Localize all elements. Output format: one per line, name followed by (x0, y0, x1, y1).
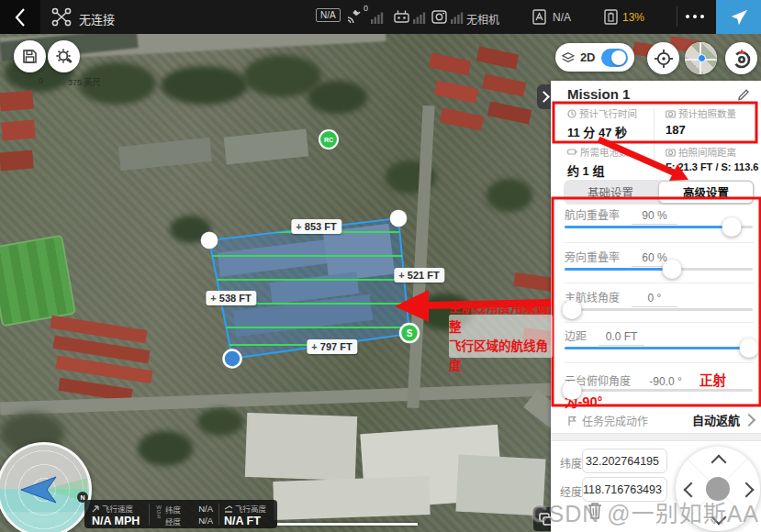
vertex-handle[interactable] (390, 210, 408, 227)
move-icon: + (398, 270, 404, 281)
satellite-count: 0 (364, 4, 368, 13)
compass-north-badge: N (77, 492, 88, 503)
slider-handle[interactable] (662, 260, 681, 279)
panel-collapse-button[interactable] (537, 84, 551, 109)
longitude-label: 经度 (560, 483, 582, 499)
battery-status-icon (602, 8, 620, 26)
back-chevron-icon (14, 7, 27, 28)
speed-icon (92, 504, 100, 513)
status-bar: 无连接 N/A 0 无相机 (0, 0, 761, 34)
signal-bars-icon (451, 11, 464, 24)
crosshair-icon (654, 49, 674, 69)
map-mode-switch[interactable]: 2D (555, 43, 634, 72)
compass-reset-button[interactable] (725, 42, 757, 74)
airplane-icon (729, 7, 749, 28)
tab-basic-settings[interactable]: 基础设置 (564, 180, 657, 205)
slider-course-overlap: 航向重叠率90 % (565, 206, 755, 243)
mission-title: Mission 1 (567, 86, 630, 102)
clock-icon (567, 109, 576, 118)
more-menu-button[interactable] (686, 15, 704, 18)
slider-handle[interactable] (739, 338, 758, 358)
gps-datum-label: WGS (156, 504, 162, 518)
position-nudge-pad (676, 447, 760, 531)
telemetry-altitude: 飞行高度 N/A FT (224, 503, 266, 527)
move-icon: + (311, 341, 317, 352)
flight-area-polygon[interactable] (209, 218, 409, 359)
slider-track[interactable] (565, 226, 753, 228)
tab-advanced-settings[interactable]: 高级设置 (658, 181, 754, 204)
map-mode-toggle[interactable] (601, 49, 629, 67)
edge-length-label-left[interactable]: +538 FT (206, 291, 256, 305)
slider-track[interactable] (565, 268, 753, 271)
gps-mode-badge: N/A (316, 8, 341, 22)
edge-length-label-bottom[interactable]: +797 FT (307, 339, 357, 354)
save-mission-button[interactable] (14, 40, 46, 72)
delete-trash-icon[interactable] (586, 501, 604, 521)
course-overlap-input[interactable]: 90 % (632, 209, 677, 225)
edge-length-label-right[interactable]: +521 FT (394, 268, 444, 283)
telemetry-bar: 飞行速度 N/A MPH WGS 纬度 N/A 经度 N/A 飞行高度 N/A … (84, 500, 277, 528)
map-scale-bar (277, 523, 418, 526)
slider-handle[interactable] (563, 300, 582, 319)
slider-gimbal-pitch: 云台俯仰角度-90.0 °正射为-90° (565, 370, 755, 406)
minimap-location-dot (698, 54, 706, 62)
stat-battery-count: 所需电池数 约 1 组 (567, 145, 663, 179)
vertex-handle-selected[interactable] (224, 350, 241, 368)
nudge-center-button[interactable] (706, 477, 730, 501)
attitude-compass (0, 442, 92, 532)
settings-tabs: 基础设置 高级设置 (564, 180, 755, 205)
nudge-down-button[interactable] (711, 510, 727, 526)
camera-icon (666, 109, 676, 118)
edge-length-label-top[interactable]: +853 FT (291, 219, 341, 234)
flight-mode-icon (531, 8, 548, 26)
nudge-left-button[interactable] (684, 482, 699, 498)
takeoff-button[interactable] (716, 0, 761, 34)
slider-margin: 边距0.0 FT (565, 327, 755, 364)
camera-icon (666, 148, 676, 157)
latitude-input[interactable]: 32.202764195 (582, 449, 667, 473)
slider-course-angle: 主航线角度0 ° (565, 289, 755, 326)
signal-bars-icon (413, 11, 426, 24)
altitude-icon (224, 504, 233, 513)
chevron-right-icon (538, 91, 550, 103)
battery-icon (567, 148, 577, 156)
compass-icon (731, 48, 753, 70)
finish-action-row[interactable]: 任务完成动作 (567, 413, 648, 428)
course-angle-input[interactable]: 0 ° (632, 292, 677, 307)
edit-pencil-icon[interactable] (737, 88, 750, 101)
longitude-input[interactable]: 118.716763493 (582, 477, 667, 502)
chevron-right-icon (743, 413, 755, 426)
stat-shot-interval: 拍照间隔距离 F: 21.3 FT / S: 113.6 FT (666, 145, 761, 172)
latitude-label: 纬度 (560, 455, 582, 471)
margin-input[interactable]: 0.0 FT (599, 330, 644, 346)
slider-track[interactable] (565, 389, 753, 392)
back-button[interactable] (0, 0, 40, 34)
flight-mode-value: N/A (553, 11, 571, 24)
satellite-icon (346, 9, 362, 24)
finish-action-value[interactable]: 自动返航 (692, 411, 754, 428)
slider-track[interactable] (565, 308, 753, 311)
nudge-up-button[interactable] (711, 455, 727, 471)
minimap-button[interactable] (685, 42, 717, 74)
stat-photo-count: 预计拍照数量 187 (666, 106, 761, 137)
slider-handle[interactable] (722, 217, 742, 237)
battery-percent: 13% (622, 11, 644, 24)
map-mode-label: 2D (580, 50, 596, 64)
connection-status: 无连接 (79, 10, 115, 28)
lat-value: N/A (185, 504, 213, 514)
nudge-right-button[interactable] (739, 482, 755, 498)
slider-handle[interactable] (563, 381, 582, 400)
telemetry-speed: 飞行速度 N/A MPH (92, 503, 140, 527)
signal-bars-icon (371, 11, 384, 24)
locate-button[interactable] (647, 42, 679, 74)
gear-wrench-icon (55, 48, 73, 66)
settings-button[interactable] (48, 40, 80, 72)
vertex-handle[interactable] (201, 232, 218, 249)
slider-track[interactable] (565, 347, 753, 349)
start-point-marker[interactable]: S (400, 324, 419, 342)
mission-settings-panel: Mission 1 预计飞行时间 11 分 47 秒 预计拍照数量 187 所需… (551, 81, 761, 532)
remote-controller-icon (393, 8, 410, 26)
stat-flight-time: 预计飞行时间 11 分 47 秒 (567, 106, 663, 140)
flag-icon (567, 416, 577, 427)
lat-label: 纬度 (165, 504, 181, 515)
